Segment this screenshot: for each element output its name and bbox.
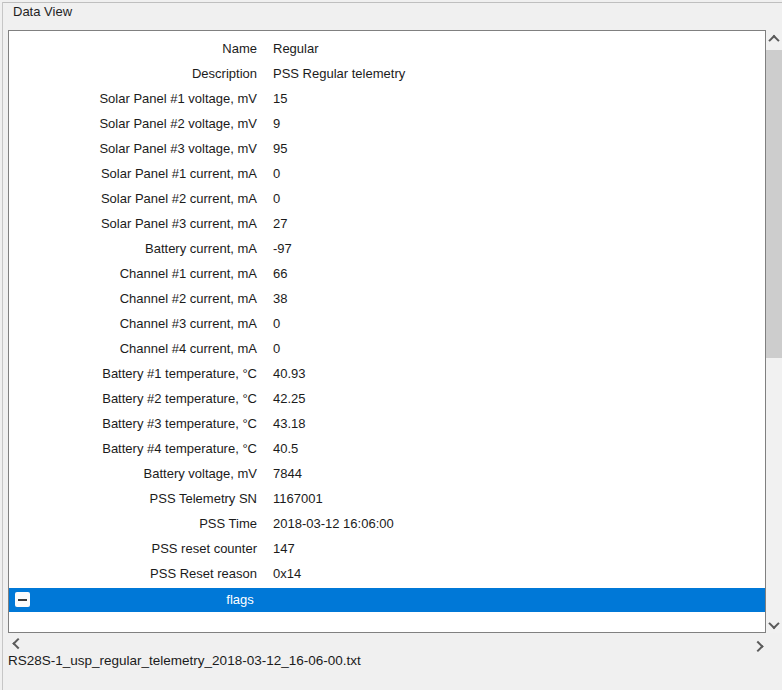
chevron-up-icon xyxy=(768,34,779,45)
row-value: -97 xyxy=(273,241,292,256)
vertical-scrollbar[interactable] xyxy=(766,30,782,633)
flags-group-label: flags xyxy=(9,588,471,612)
row-label: Channel #2 current, mA xyxy=(9,291,257,306)
table-row[interactable]: Solar Panel #2 voltage, mV9 xyxy=(9,111,765,136)
table-row[interactable]: Battery current, mA-97 xyxy=(9,236,765,261)
chevron-left-icon xyxy=(12,638,23,649)
row-value: 38 xyxy=(273,291,287,306)
table-row[interactable]: PSS Reset reason0x14 xyxy=(9,561,765,586)
row-label: Solar Panel #1 voltage, mV xyxy=(9,91,257,106)
table-row[interactable]: Battery #1 temperature, °C40.93 xyxy=(9,361,765,386)
table-row[interactable]: DescriptionPSS Regular telemetry xyxy=(9,61,765,86)
table-row[interactable]: PSS Telemetry SN1167001 xyxy=(9,486,765,511)
scroll-left-button[interactable] xyxy=(10,637,26,653)
row-label: Battery #4 temperature, °C xyxy=(9,441,257,456)
table-row[interactable]: Battery #3 temperature, °C43.18 xyxy=(9,411,765,436)
row-value: 0 xyxy=(273,316,280,331)
table-rows: NameRegularDescriptionPSS Regular teleme… xyxy=(9,36,765,586)
row-value: 0 xyxy=(273,166,280,181)
table-row[interactable]: Battery #4 temperature, °C40.5 xyxy=(9,436,765,461)
groupbox-top-border xyxy=(2,2,782,3)
row-label: Battery voltage, mV xyxy=(9,466,257,481)
chevron-down-icon xyxy=(768,617,779,628)
row-label: Solar Panel #2 current, mA xyxy=(9,191,257,206)
groupbox-left-border xyxy=(2,2,3,690)
table-row[interactable]: Channel #4 current, mA0 xyxy=(9,336,765,361)
table-row[interactable]: NameRegular xyxy=(9,36,765,61)
horizontal-scrollbar[interactable] xyxy=(8,637,766,653)
row-value: 9 xyxy=(273,116,280,131)
row-value: 0 xyxy=(273,341,280,356)
table-row[interactable]: Battery voltage, mV7844 xyxy=(9,461,765,486)
chevron-right-icon xyxy=(752,641,763,652)
row-label: Channel #4 current, mA xyxy=(9,341,257,356)
row-value: 7844 xyxy=(273,466,302,481)
row-label: PSS reset counter xyxy=(9,541,257,556)
vertical-scrollbar-thumb[interactable] xyxy=(766,50,782,358)
table-row[interactable]: Channel #1 current, mA66 xyxy=(9,261,765,286)
table-row[interactable]: Solar Panel #1 voltage, mV15 xyxy=(9,86,765,111)
scroll-up-button[interactable] xyxy=(766,30,782,47)
loaded-filename-label: RS28S-1_usp_regular_telemetry_2018-03-12… xyxy=(8,652,361,669)
scroll-right-button[interactable] xyxy=(750,637,766,653)
row-value: 2018-03-12 16:06:00 xyxy=(273,516,394,531)
row-label: PSS Telemetry SN xyxy=(9,491,257,506)
row-label: Solar Panel #3 current, mA xyxy=(9,216,257,231)
row-value: Regular xyxy=(273,41,319,56)
row-label: Channel #1 current, mA xyxy=(9,266,257,281)
row-label: Battery current, mA xyxy=(9,241,257,256)
data-view-table[interactable]: NameRegularDescriptionPSS Regular teleme… xyxy=(8,30,766,633)
table-row[interactable]: Channel #2 current, mA38 xyxy=(9,286,765,311)
groupbox-title: Data View xyxy=(13,4,75,20)
row-value: 0x14 xyxy=(273,566,301,581)
row-label: Solar Panel #1 current, mA xyxy=(9,166,257,181)
row-label: PSS Reset reason xyxy=(9,566,257,581)
table-row[interactable]: PSS reset counter147 xyxy=(9,536,765,561)
row-value: 42.25 xyxy=(273,391,306,406)
row-label: Battery #1 temperature, °C xyxy=(9,366,257,381)
table-row[interactable]: Channel #3 current, mA0 xyxy=(9,311,765,336)
row-label: Channel #3 current, mA xyxy=(9,316,257,331)
row-value: 40.5 xyxy=(273,441,298,456)
row-label: Battery #3 temperature, °C xyxy=(9,416,257,431)
table-row[interactable]: PSS Time2018-03-12 16:06:00 xyxy=(9,511,765,536)
row-value: 43.18 xyxy=(273,416,306,431)
table-row[interactable]: Battery #2 temperature, °C42.25 xyxy=(9,386,765,411)
table-row[interactable]: Solar Panel #3 current, mA27 xyxy=(9,211,765,236)
row-value: 0 xyxy=(273,191,280,206)
row-value: 1167001 xyxy=(273,491,323,506)
row-value: PSS Regular telemetry xyxy=(273,66,405,81)
row-label: Name xyxy=(9,41,257,56)
row-label: Battery #2 temperature, °C xyxy=(9,391,257,406)
scroll-down-button[interactable] xyxy=(766,616,782,633)
table-row[interactable]: Solar Panel #2 current, mA0 xyxy=(9,186,765,211)
row-label: PSS Time xyxy=(9,516,257,531)
row-value: 147 xyxy=(273,541,295,556)
row-label: Description xyxy=(9,66,257,81)
row-label: Solar Panel #2 voltage, mV xyxy=(9,116,257,131)
flags-group-row[interactable]: flags xyxy=(9,588,765,612)
row-value: 27 xyxy=(273,216,287,231)
row-value: 66 xyxy=(273,266,287,281)
row-label: Solar Panel #3 voltage, mV xyxy=(9,141,257,156)
row-value: 95 xyxy=(273,141,287,156)
row-value: 40.93 xyxy=(273,366,306,381)
table-row[interactable]: Solar Panel #3 voltage, mV95 xyxy=(9,136,765,161)
row-value: 15 xyxy=(273,91,287,106)
table-row[interactable]: Solar Panel #1 current, mA0 xyxy=(9,161,765,186)
